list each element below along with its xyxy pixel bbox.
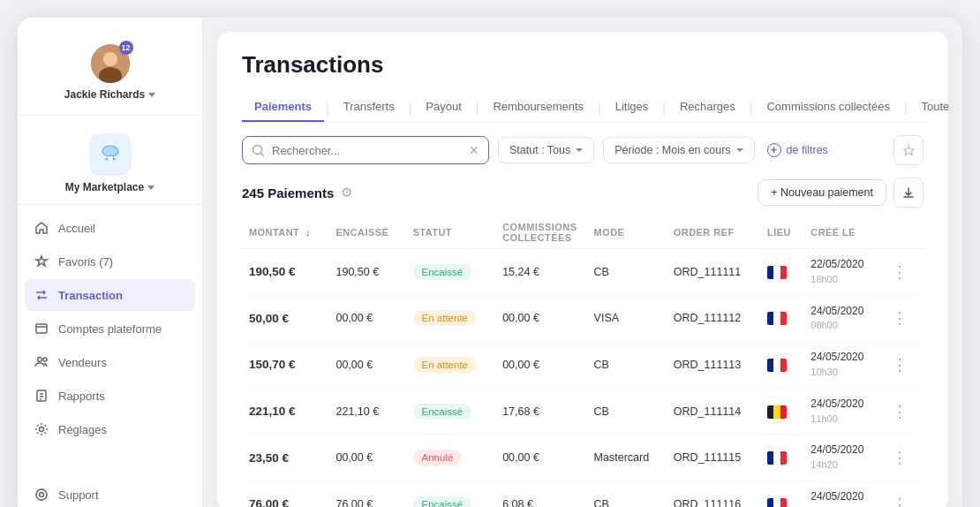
cell-commissions: 00,00 €: [495, 435, 586, 481]
clear-search-button[interactable]: ✕: [469, 143, 479, 157]
sidebar-item-support[interactable]: Support: [25, 479, 195, 507]
cell-order-ref: ORD_111111: [667, 249, 760, 296]
col-actions: [881, 216, 923, 249]
flag-icon: [767, 312, 787, 325]
search-icon: [252, 144, 265, 157]
cell-statut: En attente: [406, 342, 496, 389]
cell-time: 11h00: [810, 413, 838, 424]
col-order-ref: ORDER REF: [667, 216, 760, 249]
table-header-row: 245 Paiements ⚙ + Nouveau paiement: [242, 178, 923, 208]
cell-date: 22/05/202018h00: [803, 249, 880, 296]
cell-time: 10h30: [810, 367, 838, 377]
new-payment-button[interactable]: + Nouveau paiement: [758, 179, 886, 206]
profile-chevron-icon: [148, 93, 155, 97]
statut-chevron-icon: [576, 148, 583, 152]
col-encaisse: ENCAISSÉ: [328, 216, 405, 249]
sidebar-item-reglages[interactable]: Réglages: [25, 413, 195, 445]
search-box: ✕: [242, 136, 489, 164]
star-button-icon: [902, 144, 916, 157]
more-filters-button[interactable]: + de filtres: [764, 137, 832, 163]
svg-point-1: [103, 52, 117, 66]
download-button[interactable]: [893, 178, 923, 208]
cell-actions: ⋮: [881, 249, 923, 296]
cell-commissions: 17,68 €: [495, 388, 586, 435]
row-more-button[interactable]: ⋮: [888, 493, 911, 507]
row-more-button[interactable]: ⋮: [888, 261, 911, 284]
cell-time: 14h20: [810, 459, 838, 470]
col-lieu: LIEU: [760, 216, 803, 249]
tab-remboursements[interactable]: Remboursements: [480, 93, 596, 122]
cell-lieu: [760, 481, 803, 507]
tab-payout[interactable]: Payout: [413, 93, 473, 122]
tab-transferts[interactable]: Transferts: [331, 93, 407, 122]
cell-actions: ⋮: [881, 342, 923, 389]
sidebar-item-label-comptes: Comptes plateforme: [58, 322, 162, 336]
sidebar-item-comptes[interactable]: Comptes plateforme: [25, 313, 195, 344]
tab-toutes[interactable]: Toutes: [909, 93, 948, 122]
tab-paiements[interactable]: Paiements: [242, 93, 324, 122]
cell-mode: VISA: [587, 295, 667, 342]
cell-mode: CB: [587, 249, 667, 296]
reports-icon: [34, 388, 49, 404]
cell-encaisse: 76,00 €: [328, 481, 405, 507]
cell-mode: CB: [587, 388, 667, 435]
sidebar-item-label-transaction: Transaction: [58, 289, 123, 302]
sidebar-item-transaction[interactable]: Transaction: [25, 279, 195, 311]
house-cloud-icon: [98, 142, 123, 167]
periode-filter[interactable]: Période : Mois en cours: [603, 137, 754, 163]
row-more-button[interactable]: ⋮: [888, 353, 911, 376]
cell-encaisse: 00,00 €: [328, 435, 405, 481]
cell-date: 24/05/202010h30: [803, 342, 880, 389]
marketplace-chevron-icon: [147, 185, 155, 190]
cell-date: 24/05/202015h00: [803, 481, 880, 507]
status-badge: Encaissé: [413, 404, 472, 420]
cell-lieu: [760, 249, 803, 296]
svg-rect-5: [108, 156, 113, 160]
cell-commissions: 15,24 €: [495, 249, 586, 296]
table-settings-icon[interactable]: ⚙: [341, 185, 352, 201]
sidebar-item-accueil[interactable]: Accueil: [25, 212, 195, 244]
cell-encaisse: 221,10 €: [328, 388, 405, 435]
sidebar-item-label-accueil: Accueil: [58, 222, 95, 235]
marketplace-logo-section: My Marketplace: [18, 126, 202, 205]
support-icon: [34, 487, 49, 503]
filters-bar: ✕ Statut : Tous Période : Mois en cours …: [217, 123, 948, 178]
cell-lieu: [760, 342, 803, 389]
profile-name[interactable]: Jackie Richards: [64, 88, 155, 101]
tab-recharges[interactable]: Recharges: [667, 93, 748, 122]
sidebar-item-favoris[interactable]: Favoris (7): [25, 246, 195, 277]
search-input[interactable]: [272, 144, 462, 157]
tab-commissions[interactable]: Commissions collectées: [754, 93, 901, 122]
cell-lieu: [760, 295, 803, 342]
cell-order-ref: ORD_111115: [667, 435, 760, 481]
flag-icon: [767, 266, 787, 279]
cell-time: 08h00: [810, 320, 838, 330]
statut-filter[interactable]: Statut : Tous: [498, 137, 594, 163]
marketplace-icon: [89, 133, 132, 176]
cell-date: 24/05/202011h00: [803, 388, 880, 435]
cell-statut: Encaissé: [406, 249, 496, 296]
marketplace-name[interactable]: My Marketplace: [65, 181, 155, 193]
cell-statut: En attente: [406, 295, 496, 342]
status-badge: En attente: [413, 357, 477, 373]
cell-order-ref: ORD_111116: [667, 481, 760, 507]
cell-commissions: 6,08 €: [495, 481, 586, 507]
bookmark-button[interactable]: [893, 135, 923, 165]
accounts-icon: [34, 321, 49, 337]
row-more-button[interactable]: ⋮: [888, 446, 911, 469]
cell-statut: Encaissé: [406, 388, 496, 435]
sidebar-item-vendeurs[interactable]: Vendeurs: [25, 346, 195, 378]
sidebar-item-rapports[interactable]: Rapports: [25, 380, 195, 412]
svg-point-9: [43, 358, 47, 361]
svg-marker-15: [904, 146, 914, 155]
cell-montant: 221,10 €: [242, 388, 328, 435]
cell-order-ref: ORD_111113: [667, 342, 760, 389]
status-badge: Encaissé: [413, 264, 472, 280]
tab-litiges[interactable]: Litiges: [603, 93, 661, 122]
col-montant[interactable]: MONTANT ↓: [242, 216, 328, 249]
cell-statut: Encaissé: [406, 481, 496, 507]
row-more-button[interactable]: ⋮: [888, 306, 911, 329]
cell-mode: Mastercard: [587, 435, 667, 481]
row-more-button[interactable]: ⋮: [888, 400, 911, 423]
cell-mode: CB: [587, 342, 667, 389]
